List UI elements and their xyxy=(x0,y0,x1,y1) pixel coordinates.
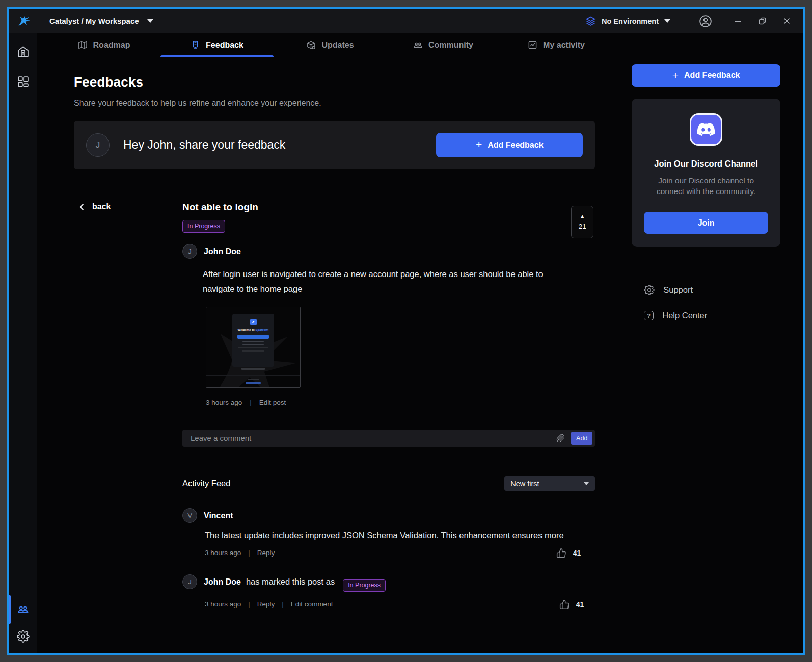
sidebar-item-collections[interactable] xyxy=(9,75,37,88)
thumbnail-version-bar xyxy=(248,379,259,380)
thumbnail-brand-text: Sparrow! xyxy=(256,328,269,332)
thumbnail-github-bar xyxy=(241,368,265,370)
comment-timestamp: 3 hours ago xyxy=(205,549,241,557)
titlebar: Catalyst / My Workspace No Environment xyxy=(9,9,803,33)
tab-label: Community xyxy=(428,41,473,50)
activity-item: V Vincent The latest update includes imp… xyxy=(182,508,595,557)
thumbnail-text-bar xyxy=(238,347,268,348)
support-link[interactable]: Support xyxy=(644,285,780,295)
comment-add-button[interactable]: Add xyxy=(571,432,592,445)
people-icon xyxy=(413,40,423,50)
thumbnail-secondary-button-bar xyxy=(242,341,264,345)
divider: | xyxy=(250,399,252,406)
back-button[interactable]: back xyxy=(78,202,111,211)
post-timestamp: 3 hours ago xyxy=(206,399,242,406)
tab-feedback[interactable]: Feedback xyxy=(160,33,274,57)
add-feedback-label: Add Feedback xyxy=(488,141,543,150)
comment-input[interactable] xyxy=(190,433,552,443)
divider: | xyxy=(282,600,284,608)
upvote-arrow-icon: ▲ xyxy=(580,214,585,219)
post-title: Not able to login xyxy=(182,202,595,213)
app-window: Catalyst / My Workspace No Environment xyxy=(7,7,805,655)
minimize-button[interactable] xyxy=(734,17,742,25)
package-icon xyxy=(306,40,316,50)
tabbar: Roadmap Feedback Updates xyxy=(37,33,803,57)
avatar: V xyxy=(182,508,197,523)
thumbnail-welcome-card: Welcome to Sparrow! xyxy=(232,314,274,367)
map-icon xyxy=(78,40,88,50)
discord-card-title: Join Our Discord Channel xyxy=(644,159,768,169)
avatar: J xyxy=(182,574,197,589)
workspace-selector[interactable]: Catalyst / My Workspace xyxy=(49,17,153,25)
tab-community[interactable]: Community xyxy=(387,33,500,57)
divider: | xyxy=(248,600,250,608)
gear-icon xyxy=(644,285,655,295)
add-feedback-label: Add Feedback xyxy=(684,71,740,80)
workspace-label: Catalyst / My Workspace xyxy=(49,17,139,25)
thumbnail-footer xyxy=(206,375,300,387)
caret-down-icon xyxy=(664,19,670,23)
left-sidebar xyxy=(9,33,37,653)
tab-roadmap[interactable]: Roadmap xyxy=(47,33,160,57)
restore-icon xyxy=(758,17,767,25)
account-button[interactable] xyxy=(699,15,712,28)
upvote-count: 21 xyxy=(579,223,586,230)
post-attachment-image[interactable]: Welcome to Sparrow! xyxy=(206,307,301,388)
thumbnail-welcome-text: Welcome to Sparrow! xyxy=(232,328,274,332)
status-badge: In Progress xyxy=(182,220,225,233)
tab-my-activity[interactable]: My activity xyxy=(500,33,613,57)
community-icon xyxy=(17,603,30,616)
environment-selector[interactable]: No Environment xyxy=(585,16,670,26)
close-icon xyxy=(783,17,791,25)
like-control[interactable]: 41 xyxy=(556,548,581,558)
back-label: back xyxy=(92,202,111,211)
gear-icon xyxy=(17,630,30,643)
feedback-hero-card: J Hey John, share your feedback + Add Fe… xyxy=(74,121,595,169)
page-title: Feedbacks xyxy=(74,74,595,90)
caret-down-icon xyxy=(584,482,589,485)
like-control[interactable]: 41 xyxy=(559,599,584,610)
app-logo xyxy=(9,14,38,29)
reply-link[interactable]: Reply xyxy=(257,549,275,557)
add-feedback-button[interactable]: + Add Feedback xyxy=(436,133,583,157)
help-icon: ? xyxy=(644,311,654,320)
discord-card-description: Join our Discord channel to connect with… xyxy=(644,175,768,197)
join-discord-button[interactable]: Join xyxy=(644,212,768,234)
account-icon xyxy=(699,15,712,28)
sidebar-item-settings[interactable] xyxy=(9,630,37,643)
avatar: J xyxy=(86,133,110,157)
comment-author: John Doe xyxy=(204,577,241,587)
tab-label: Roadmap xyxy=(93,41,130,50)
tab-updates[interactable]: Updates xyxy=(274,33,387,57)
activity-item: J John Doe has marked this post as In Pr… xyxy=(182,572,595,608)
reply-link[interactable]: Reply xyxy=(257,600,275,608)
status-badge: In Progress xyxy=(343,579,386,592)
paperclip-icon[interactable] xyxy=(556,434,565,443)
page-subtitle: Share your feedback to help us refine an… xyxy=(74,99,595,108)
minimize-icon xyxy=(734,17,742,25)
sidebar-item-community[interactable] xyxy=(9,603,37,616)
sidebar-item-home[interactable] xyxy=(9,45,37,58)
edit-comment-link[interactable]: Edit comment xyxy=(291,600,333,608)
add-feedback-button-rail[interactable]: + Add Feedback xyxy=(632,64,780,87)
edit-post-link[interactable]: Edit post xyxy=(259,399,286,406)
upvote-control[interactable]: ▲ 21 xyxy=(571,206,593,238)
activity-feed-title: Activity Feed xyxy=(182,479,230,488)
post-author: John Doe xyxy=(204,247,241,256)
help-center-link[interactable]: ? Help Center xyxy=(644,311,780,320)
close-button[interactable] xyxy=(783,17,791,25)
activity-chart-icon xyxy=(528,40,537,50)
sort-dropdown[interactable]: New first xyxy=(504,476,595,491)
thumbs-up-icon xyxy=(559,599,570,610)
tab-label: My activity xyxy=(543,41,585,50)
discord-card: Join Our Discord Channel Join our Discor… xyxy=(632,99,780,247)
plus-icon: + xyxy=(476,139,482,150)
thumbnail-primary-button-bar xyxy=(237,335,269,339)
thumbnail-text-bar xyxy=(242,350,264,352)
restore-button[interactable] xyxy=(758,17,767,25)
sort-value: New first xyxy=(510,480,539,488)
help-center-label: Help Center xyxy=(662,311,707,320)
like-count: 41 xyxy=(573,549,581,557)
home-icon xyxy=(17,45,30,58)
avatar: J xyxy=(182,244,197,259)
